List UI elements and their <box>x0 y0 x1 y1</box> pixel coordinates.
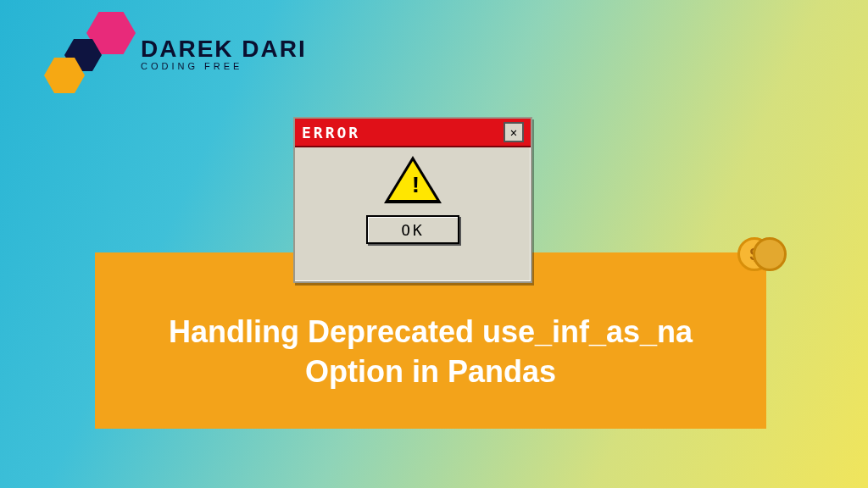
dialog-title: ERROR <box>302 124 360 141</box>
close-button[interactable]: ✕ <box>504 122 524 142</box>
brand-logo: DAREK DARI CODING FREE <box>44 12 307 93</box>
logo-hex-cluster <box>44 12 137 93</box>
close-icon: ✕ <box>510 125 517 140</box>
logo-title: DAREK DARI <box>141 36 307 63</box>
coin-icon-back <box>753 237 787 271</box>
warning-bang: ! <box>409 173 423 199</box>
headline-text: Handling Deprecated use_inf_as_na Option… <box>129 289 732 392</box>
dialog-body: ! OK <box>295 147 531 244</box>
ok-button[interactable]: OK <box>366 215 459 244</box>
coins-icon: $ <box>737 237 787 271</box>
logo-text-block: DAREK DARI CODING FREE <box>141 36 307 71</box>
error-dialog: ERROR ✕ ! OK <box>293 117 532 283</box>
warning-icon: ! <box>384 156 442 203</box>
dialog-titlebar: ERROR ✕ <box>295 119 531 147</box>
